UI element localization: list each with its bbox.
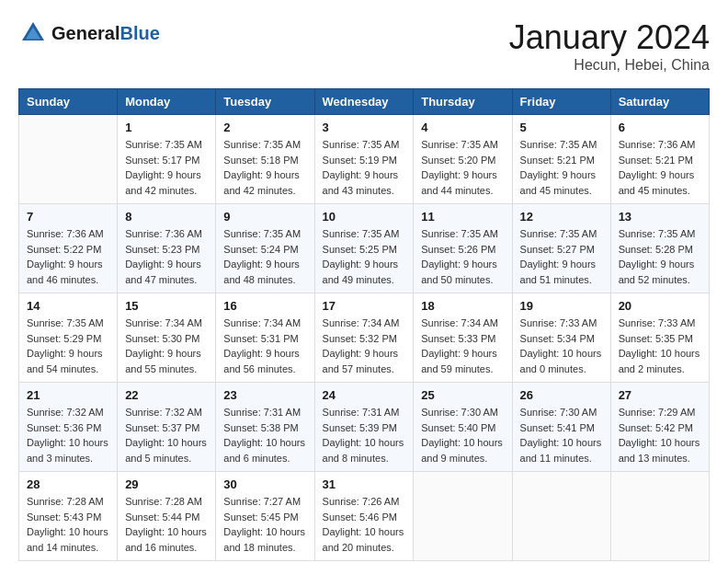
day-number: 10	[323, 210, 406, 224]
calendar-cell: 11Sunrise: 7:35 AMSunset: 5:26 PMDayligh…	[414, 204, 512, 293]
calendar-cell: 2Sunrise: 7:35 AMSunset: 5:18 PMDaylight…	[216, 115, 314, 204]
day-number: 1	[125, 121, 208, 134]
day-info: Sunrise: 7:34 AMSunset: 5:31 PMDaylight:…	[223, 316, 306, 376]
logo-blue: Blue	[119, 23, 159, 43]
calendar-cell: 6Sunrise: 7:36 AMSunset: 5:21 PMDaylight…	[610, 115, 709, 204]
calendar-week-row: 28Sunrise: 7:28 AMSunset: 5:43 PMDayligh…	[19, 472, 710, 561]
day-info: Sunrise: 7:32 AMSunset: 5:36 PMDaylight:…	[27, 405, 109, 465]
title-block: January 2024 Hecun, Hebei, China	[509, 18, 710, 74]
day-info: Sunrise: 7:27 AMSunset: 5:45 PMDaylight:…	[223, 494, 306, 555]
calendar-cell: 29Sunrise: 7:28 AMSunset: 5:44 PMDayligh…	[118, 472, 216, 561]
day-info: Sunrise: 7:31 AMSunset: 5:39 PMDaylight:…	[323, 405, 406, 465]
day-info: Sunrise: 7:35 AMSunset: 5:20 PMDaylight:…	[421, 137, 504, 198]
day-info: Sunrise: 7:28 AMSunset: 5:44 PMDaylight:…	[125, 494, 208, 555]
day-info: Sunrise: 7:33 AMSunset: 5:35 PMDaylight:…	[619, 316, 701, 376]
day-info: Sunrise: 7:35 AMSunset: 5:27 PMDaylight:…	[520, 226, 603, 287]
calendar-cell: 28Sunrise: 7:28 AMSunset: 5:43 PMDayligh…	[19, 472, 118, 561]
day-info: Sunrise: 7:31 AMSunset: 5:38 PMDaylight:…	[223, 405, 306, 465]
day-number: 4	[421, 121, 504, 134]
day-info: Sunrise: 7:35 AMSunset: 5:24 PMDaylight:…	[223, 226, 306, 287]
calendar-week-row: 7Sunrise: 7:36 AMSunset: 5:22 PMDaylight…	[19, 204, 710, 293]
day-info: Sunrise: 7:34 AMSunset: 5:30 PMDaylight:…	[125, 316, 208, 376]
day-number: 11	[421, 210, 504, 224]
calendar-cell	[19, 115, 118, 204]
day-number: 24	[323, 388, 406, 402]
day-number: 7	[27, 210, 109, 224]
day-number: 20	[619, 299, 701, 313]
calendar-cell: 27Sunrise: 7:29 AMSunset: 5:42 PMDayligh…	[610, 383, 709, 472]
calendar-cell	[414, 472, 512, 561]
calendar-cell: 15Sunrise: 7:34 AMSunset: 5:30 PMDayligh…	[118, 293, 216, 383]
calendar-cell	[512, 472, 610, 561]
day-info: Sunrise: 7:34 AMSunset: 5:33 PMDaylight:…	[421, 316, 504, 376]
day-number: 15	[125, 299, 208, 313]
calendar-cell: 13Sunrise: 7:35 AMSunset: 5:28 PMDayligh…	[610, 204, 709, 293]
logo: GeneralBlue	[18, 18, 160, 48]
day-info: Sunrise: 7:35 AMSunset: 5:28 PMDaylight:…	[619, 226, 701, 287]
day-info: Sunrise: 7:35 AMSunset: 5:26 PMDaylight:…	[421, 226, 504, 287]
calendar-header-row: SundayMondayTuesdayWednesdayThursdayFrid…	[19, 89, 710, 115]
weekday-header: Tuesday	[216, 89, 314, 115]
calendar-week-row: 1Sunrise: 7:35 AMSunset: 5:17 PMDaylight…	[19, 115, 710, 204]
calendar-week-row: 21Sunrise: 7:32 AMSunset: 5:36 PMDayligh…	[19, 383, 710, 472]
calendar-cell: 1Sunrise: 7:35 AMSunset: 5:17 PMDaylight…	[118, 115, 216, 204]
month-title: January 2024	[509, 18, 710, 57]
calendar-cell: 19Sunrise: 7:33 AMSunset: 5:34 PMDayligh…	[512, 293, 610, 383]
day-info: Sunrise: 7:33 AMSunset: 5:34 PMDaylight:…	[520, 316, 603, 376]
calendar-cell: 16Sunrise: 7:34 AMSunset: 5:31 PMDayligh…	[216, 293, 314, 383]
day-info: Sunrise: 7:35 AMSunset: 5:21 PMDaylight:…	[520, 137, 603, 198]
calendar-table: SundayMondayTuesdayWednesdayThursdayFrid…	[18, 88, 710, 561]
logo-general: General	[51, 23, 119, 43]
day-number: 9	[223, 210, 306, 224]
weekday-header: Friday	[512, 89, 610, 115]
day-number: 8	[125, 210, 208, 224]
calendar-cell: 31Sunrise: 7:26 AMSunset: 5:46 PMDayligh…	[314, 472, 414, 561]
day-info: Sunrise: 7:30 AMSunset: 5:41 PMDaylight:…	[520, 405, 603, 465]
day-info: Sunrise: 7:30 AMSunset: 5:40 PMDaylight:…	[421, 405, 504, 465]
calendar-cell: 10Sunrise: 7:35 AMSunset: 5:25 PMDayligh…	[314, 204, 414, 293]
day-info: Sunrise: 7:36 AMSunset: 5:23 PMDaylight:…	[125, 226, 208, 287]
day-number: 19	[520, 299, 603, 313]
calendar-cell: 3Sunrise: 7:35 AMSunset: 5:19 PMDaylight…	[314, 115, 414, 204]
calendar-cell: 5Sunrise: 7:35 AMSunset: 5:21 PMDaylight…	[512, 115, 610, 204]
calendar-cell: 8Sunrise: 7:36 AMSunset: 5:23 PMDaylight…	[118, 204, 216, 293]
day-number: 14	[27, 299, 109, 313]
calendar-cell: 22Sunrise: 7:32 AMSunset: 5:37 PMDayligh…	[118, 383, 216, 472]
weekday-header: Wednesday	[314, 89, 414, 115]
day-number: 26	[520, 388, 603, 402]
calendar-cell: 7Sunrise: 7:36 AMSunset: 5:22 PMDaylight…	[19, 204, 118, 293]
day-info: Sunrise: 7:28 AMSunset: 5:43 PMDaylight:…	[27, 494, 109, 555]
location: Hecun, Hebei, China	[509, 57, 710, 74]
day-info: Sunrise: 7:36 AMSunset: 5:22 PMDaylight:…	[27, 226, 109, 287]
day-info: Sunrise: 7:35 AMSunset: 5:19 PMDaylight:…	[323, 137, 406, 198]
logo-icon	[18, 18, 48, 48]
day-number: 22	[125, 388, 208, 402]
day-info: Sunrise: 7:35 AMSunset: 5:25 PMDaylight:…	[323, 226, 406, 287]
page-header: GeneralBlue January 2024 Hecun, Hebei, C…	[18, 18, 710, 74]
logo-text: GeneralBlue	[51, 23, 160, 44]
day-number: 6	[619, 121, 701, 134]
day-number: 29	[125, 477, 208, 491]
day-number: 5	[520, 121, 603, 134]
calendar-cell	[610, 472, 709, 561]
weekday-header: Saturday	[610, 89, 709, 115]
weekday-header: Sunday	[19, 89, 118, 115]
day-info: Sunrise: 7:26 AMSunset: 5:46 PMDaylight:…	[323, 494, 406, 555]
calendar-cell: 26Sunrise: 7:30 AMSunset: 5:41 PMDayligh…	[512, 383, 610, 472]
day-number: 25	[421, 388, 504, 402]
calendar-cell: 23Sunrise: 7:31 AMSunset: 5:38 PMDayligh…	[216, 383, 314, 472]
day-info: Sunrise: 7:35 AMSunset: 5:29 PMDaylight:…	[27, 316, 109, 376]
calendar-cell: 17Sunrise: 7:34 AMSunset: 5:32 PMDayligh…	[314, 293, 414, 383]
day-info: Sunrise: 7:35 AMSunset: 5:18 PMDaylight:…	[223, 137, 306, 198]
calendar-cell: 21Sunrise: 7:32 AMSunset: 5:36 PMDayligh…	[19, 383, 118, 472]
day-number: 16	[223, 299, 306, 313]
day-info: Sunrise: 7:35 AMSunset: 5:17 PMDaylight:…	[125, 137, 208, 198]
calendar-cell: 4Sunrise: 7:35 AMSunset: 5:20 PMDaylight…	[414, 115, 512, 204]
day-number: 23	[223, 388, 306, 402]
day-info: Sunrise: 7:36 AMSunset: 5:21 PMDaylight:…	[619, 137, 701, 198]
day-number: 17	[323, 299, 406, 313]
day-info: Sunrise: 7:29 AMSunset: 5:42 PMDaylight:…	[619, 405, 701, 465]
day-number: 28	[27, 477, 109, 491]
calendar-cell: 14Sunrise: 7:35 AMSunset: 5:29 PMDayligh…	[19, 293, 118, 383]
calendar-week-row: 14Sunrise: 7:35 AMSunset: 5:29 PMDayligh…	[19, 293, 710, 383]
